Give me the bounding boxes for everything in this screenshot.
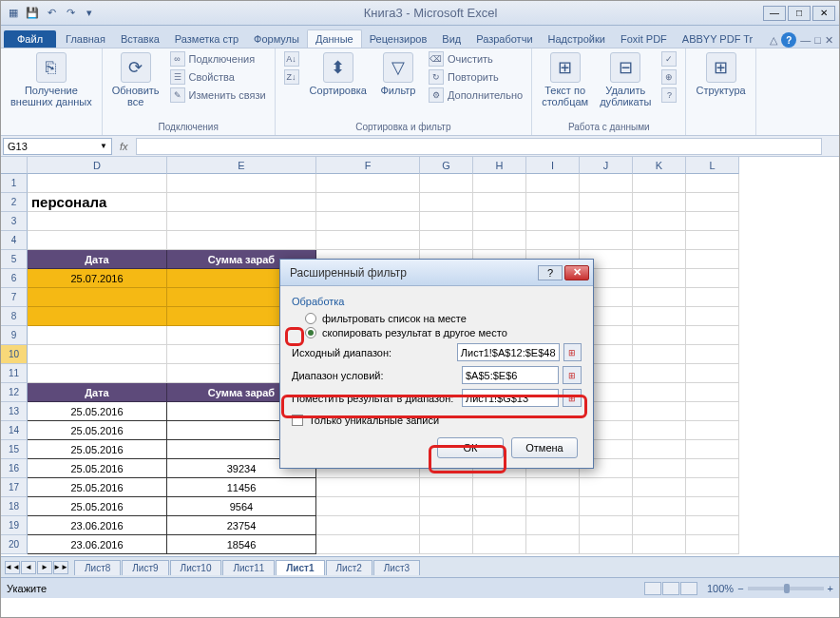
cell-L13[interactable] [686, 402, 739, 421]
cell-I19[interactable] [526, 516, 580, 535]
row-15[interactable]: 15 [1, 440, 28, 459]
cell-J2[interactable] [580, 193, 633, 212]
cell-D20[interactable]: 23.06.2016 [28, 535, 167, 554]
advanced-button[interactable]: ⚙Дополнительно [426, 87, 525, 104]
cell-K11[interactable] [633, 364, 686, 383]
cell-L12[interactable] [686, 383, 739, 402]
cell-L7[interactable] [686, 288, 739, 307]
help-icon[interactable]: ? [781, 32, 796, 48]
input-criteria-range[interactable]: $A$5:$E$6 [462, 366, 559, 384]
cell-K14[interactable] [633, 421, 686, 440]
cell-D7[interactable] [28, 288, 167, 307]
row-12[interactable]: 12 [1, 383, 28, 402]
cell-K1[interactable] [633, 174, 686, 193]
tab-abbyy[interactable]: ABBYY PDF Tr [675, 30, 760, 48]
pagebreak-view-button[interactable] [680, 582, 697, 595]
properties-button[interactable]: ☰Свойства [167, 68, 269, 86]
dialog-close-button[interactable]: ✕ [564, 265, 589, 280]
tab-review[interactable]: Рецензиров [362, 30, 435, 48]
cancel-button[interactable]: Отмена [511, 437, 578, 458]
row-17[interactable]: 17 [1, 478, 28, 497]
cell-K19[interactable] [633, 516, 686, 535]
row-13[interactable]: 13 [1, 402, 28, 421]
tab-file[interactable]: Файл [4, 30, 56, 48]
text-to-columns-button[interactable]: ⊞Текст по столбцам [538, 50, 592, 109]
cell-F20[interactable] [316, 535, 420, 554]
layout-view-button[interactable] [662, 582, 679, 595]
edit-links-button[interactable]: ✎Изменить связи [167, 87, 269, 104]
col-D[interactable]: D [28, 157, 167, 174]
cell-D2[interactable]: персонала [28, 193, 167, 212]
cell-F2[interactable] [316, 193, 420, 212]
cell-D17[interactable]: 25.05.2016 [28, 478, 167, 497]
col-E[interactable]: E [167, 157, 316, 174]
cell-H1[interactable] [473, 174, 526, 193]
sheet-tab-Лист3[interactable]: Лист3 [373, 560, 420, 575]
sheet-tab-Лист11[interactable]: Лист11 [222, 560, 275, 575]
cell-I3[interactable] [526, 212, 580, 231]
col-L[interactable]: L [686, 157, 739, 174]
cell-D4[interactable] [28, 231, 167, 250]
row-14[interactable]: 14 [1, 421, 28, 440]
input-list-range[interactable]: Лист1!$A$12:$E$48 [457, 343, 560, 361]
cell-K18[interactable] [633, 497, 686, 516]
excel-icon[interactable]: ▦ [5, 5, 22, 22]
sort-za-button[interactable]: Z↓ [281, 68, 302, 86]
zoom-out-button[interactable]: − [737, 583, 743, 594]
cell-L15[interactable] [686, 440, 739, 459]
cell-D19[interactable]: 23.06.2016 [28, 516, 167, 535]
qat-dropdown-icon[interactable]: ▾ [81, 5, 98, 22]
cell-J19[interactable] [580, 516, 633, 535]
minimize-button[interactable]: — [763, 6, 786, 21]
cell-F18[interactable] [316, 497, 420, 516]
col-F[interactable]: F [316, 157, 420, 174]
col-J[interactable]: J [580, 157, 633, 174]
cell-J20[interactable] [580, 535, 633, 554]
refresh-all-button[interactable]: ⟳Обновить все [108, 50, 163, 109]
external-data-button[interactable]: ⎘Получение внешних данных [7, 50, 96, 109]
cell-L14[interactable] [686, 421, 739, 440]
cell-L2[interactable] [686, 193, 739, 212]
cell-J17[interactable] [580, 478, 633, 497]
doc-minimize-icon[interactable]: — [800, 34, 811, 46]
maximize-button[interactable]: □ [788, 6, 811, 21]
consolidate-button[interactable]: ⊕ [659, 68, 679, 86]
cell-H19[interactable] [473, 516, 526, 535]
cell-F19[interactable] [316, 516, 420, 535]
cell-L8[interactable] [686, 307, 739, 326]
cell-L11[interactable] [686, 364, 739, 383]
cell-L17[interactable] [686, 478, 739, 497]
whatif-button[interactable]: ? [659, 87, 679, 104]
radio-filter-inplace[interactable]: фильтровать список на месте [305, 313, 582, 324]
cell-K4[interactable] [633, 231, 686, 250]
sort-button[interactable]: ⬍Сортировка [306, 50, 371, 98]
cell-F3[interactable] [316, 212, 420, 231]
cell-D6[interactable]: 25.07.2016 [28, 269, 167, 288]
redo-icon[interactable]: ↷ [62, 5, 79, 22]
cell-K20[interactable] [633, 535, 686, 554]
clear-filter-button[interactable]: ⌫Очистить [426, 50, 525, 68]
cell-K15[interactable] [633, 440, 686, 459]
close-button[interactable]: ✕ [812, 6, 835, 21]
range-picker-1[interactable]: ⊞ [563, 343, 582, 361]
remove-duplicates-button[interactable]: ⊟Удалить дубликаты [596, 50, 655, 109]
cell-K16[interactable] [633, 459, 686, 478]
tab-data[interactable]: Данные [307, 29, 362, 48]
cell-D13[interactable]: 25.05.2016 [28, 402, 167, 421]
outline-button[interactable]: ⊞Структура [692, 50, 749, 98]
dialog-help-button[interactable]: ? [538, 265, 563, 280]
cell-L4[interactable] [686, 231, 739, 250]
fx-icon[interactable]: fx [112, 141, 136, 152]
sheet-tab-Лист1[interactable]: Лист1 [276, 560, 324, 575]
cell-E4[interactable] [167, 231, 316, 250]
next-sheet-button[interactable]: ► [37, 561, 52, 574]
tab-formulas[interactable]: Формулы [246, 30, 307, 48]
normal-view-button[interactable] [644, 582, 661, 595]
doc-close-icon[interactable]: ✕ [825, 34, 833, 47]
unique-records-check[interactable]: Только уникальные записи [292, 415, 582, 426]
cell-F4[interactable] [316, 231, 420, 250]
cell-H20[interactable] [473, 535, 526, 554]
cell-D16[interactable]: 25.05.2016 [28, 459, 167, 478]
cell-J3[interactable] [580, 212, 633, 231]
save-icon[interactable]: 💾 [24, 5, 41, 22]
